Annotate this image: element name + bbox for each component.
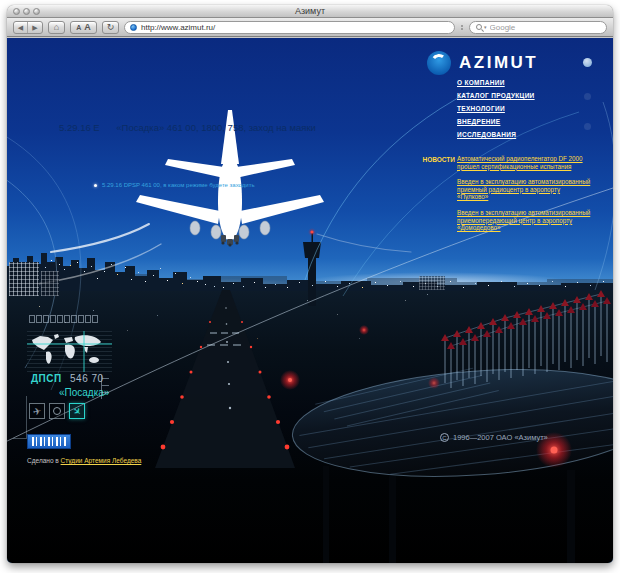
text-size-buttons[interactable]: A A [70, 21, 97, 34]
hud-flight-time: 5.29.16 E [59, 122, 100, 133]
copyright-text: 1996—2007 ОАО «Азимут» [453, 433, 548, 442]
hud-station-readout: ДПСП 546 70 [31, 373, 104, 384]
hud-tick-marks [101, 375, 115, 399]
search-options-chevron-icon[interactable]: ▾ [484, 24, 487, 30]
hud-flight-text: «Посадка» 461 00, 1800, 758, заход на ма… [116, 122, 316, 133]
hud-radio-dot [94, 184, 97, 187]
hud-frame-line [26, 396, 27, 438]
main-navigation: О КОМПАНИИ КАТАЛОГ ПРОДУКЦИИ ТЕХНОЛОГИИ … [457, 76, 535, 141]
search-field[interactable]: ▾ [469, 21, 607, 34]
search-input[interactable] [490, 23, 600, 32]
barcode-graphic [32, 437, 66, 446]
nav-link-company[interactable]: О КОМПАНИИ [457, 76, 535, 89]
city-lights [7, 38, 8, 39]
window-controls [13, 8, 40, 15]
landing-mode-button[interactable]: ✈ [69, 403, 85, 419]
station-label: ДПСП [31, 373, 62, 384]
news-item[interactable]: Автоматический радиопеленгатор DF 2000 п… [457, 155, 593, 170]
minimize-button[interactable] [23, 8, 30, 15]
hud-mode-icons: ✈ ✈ [29, 403, 85, 419]
site-logo[interactable]: AZIMUT [427, 51, 538, 75]
text-larger-icon[interactable]: A [84, 22, 91, 32]
azimut-logo-icon [427, 51, 451, 75]
webpage-content: 5.29.16 E «Посадка» 461 00, 1800, 758, з… [7, 38, 613, 563]
forward-icon[interactable]: ▶ [28, 22, 42, 33]
news-item[interactable]: Введен в эксплуатацию автоматизированный… [457, 178, 593, 201]
nav-link-research[interactable]: ИССЛЕДОВАНИЯ [457, 128, 535, 141]
text-smaller-icon[interactable]: A [76, 24, 81, 31]
hud-frame-line [13, 438, 27, 439]
browser-toolbar: ◀ ▶ ⌂ A A ↻ ▾ [7, 18, 613, 37]
site-favicon-globe-icon [130, 24, 137, 31]
world-map-display [27, 331, 112, 372]
plane-takeoff-icon: ✈ [32, 405, 42, 418]
field-divider [460, 22, 464, 32]
news-item[interactable]: Введен в эксплуатацию автоматизированный… [457, 209, 593, 232]
title-bar: Азимут [7, 5, 613, 18]
studio-link[interactable]: Студии Артемия Лебедева [61, 457, 142, 464]
credit-prefix: Сделано в [27, 457, 61, 464]
hud-radio-message: 5.29.16 DPSP 461 00, в каком режиме буде… [102, 182, 255, 188]
copyright-notice: C 1996—2007 ОАО «Азимут» [440, 433, 548, 442]
station-frequency: 546 70 [70, 373, 104, 384]
close-button[interactable] [13, 8, 20, 15]
lit-building [419, 276, 445, 290]
holding-circle-icon [53, 407, 61, 415]
home-icon: ⌂ [54, 22, 59, 32]
lit-building [9, 262, 39, 296]
home-button[interactable]: ⌂ [48, 21, 65, 34]
hud-ruler [29, 315, 98, 323]
url-input[interactable] [141, 23, 449, 32]
ghost-icon [584, 123, 591, 130]
news-label: НОВОСТИ [415, 156, 455, 163]
refresh-icon: ↻ [107, 22, 115, 32]
address-bar[interactable] [124, 21, 455, 34]
studio-banner[interactable] [27, 434, 71, 449]
studio-credit: Сделано в Студии Артемия Лебедева [27, 457, 141, 464]
search-icon [476, 24, 482, 30]
ghost-icon [584, 93, 591, 100]
hud-flight-status: 5.29.16 E «Посадка» 461 00, 1800, 758, з… [59, 122, 316, 133]
copyright-icon: C [440, 433, 449, 442]
takeoff-mode-button[interactable]: ✈ [29, 403, 45, 419]
zoom-button[interactable] [33, 8, 40, 15]
logo-text: AZIMUT [459, 53, 538, 73]
plane-landing-icon: ✈ [70, 404, 84, 418]
refresh-button[interactable]: ↻ [102, 21, 119, 34]
circle-mode-button[interactable] [49, 403, 65, 419]
back-icon[interactable]: ◀ [14, 22, 28, 33]
nav-link-implementation[interactable]: ВНЕДРЕНИЕ [457, 115, 535, 128]
news-list: Автоматический радиопеленгатор DF 2000 п… [457, 155, 593, 240]
back-forward-buttons[interactable]: ◀ ▶ [13, 21, 43, 34]
lit-building [41, 271, 59, 296]
world-map-graphic [27, 331, 112, 372]
browser-window: Азимут ◀ ▶ ⌂ A A ↻ ▾ [7, 5, 613, 563]
nav-link-technologies[interactable]: ТЕХНОЛОГИИ [457, 102, 535, 115]
mail-icon[interactable] [583, 58, 592, 67]
window-title: Азимут [7, 5, 613, 18]
nav-link-catalog[interactable]: КАТАЛОГ ПРОДУКЦИИ [457, 89, 535, 102]
